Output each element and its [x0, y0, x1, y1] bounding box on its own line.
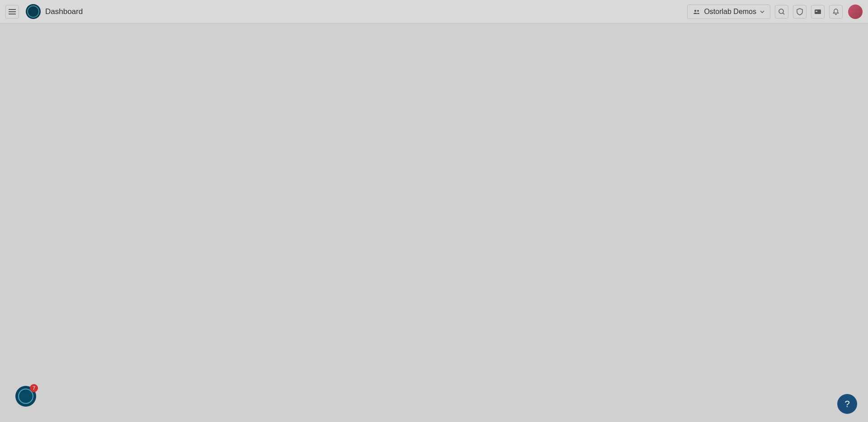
card-button[interactable] [811, 5, 825, 19]
card-icon [814, 9, 821, 14]
org-selector[interactable]: Ostorlab Demos [687, 5, 770, 19]
chevron-down-icon [760, 10, 764, 13]
app-header: Dashboard Ostorlab Demos [0, 0, 868, 23]
shield-button[interactable] [793, 5, 807, 19]
menu-button[interactable] [5, 5, 19, 19]
search-header-button[interactable] [775, 5, 788, 19]
bell-icon [833, 8, 839, 15]
svg-rect-4 [816, 11, 817, 12]
bell-button[interactable] [829, 5, 843, 19]
org-name: Ostorlab Demos [704, 8, 756, 16]
page-title: Dashboard [45, 7, 83, 16]
magnify-circle-icon [778, 8, 785, 15]
hamburger-icon [9, 9, 16, 14]
app-logo-icon [26, 4, 41, 19]
user-avatar[interactable] [848, 5, 863, 19]
svg-point-0 [694, 9, 696, 11]
shield-icon [797, 8, 803, 15]
svg-point-2 [779, 9, 783, 14]
people-icon [693, 9, 700, 14]
svg-point-1 [697, 10, 699, 12]
